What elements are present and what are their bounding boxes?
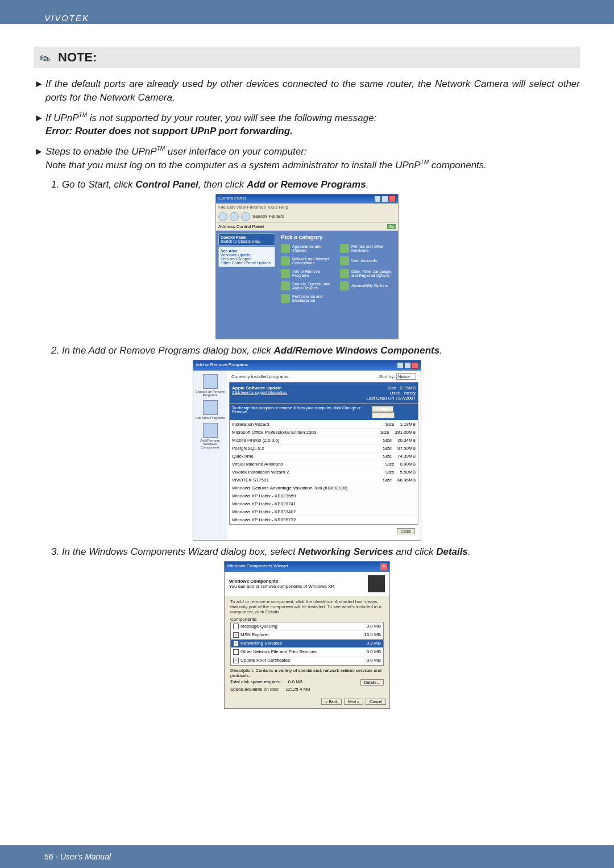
row-size: 20.34MB	[397, 438, 416, 443]
cancel-button[interactable]: Cancel	[366, 699, 386, 705]
next-button[interactable]: Next >	[344, 699, 363, 705]
page-header: VIVOTEK	[0, 0, 614, 24]
cat-printers[interactable]: Printers and Other Hardware	[340, 244, 395, 253]
item-name: Message Queuing	[240, 624, 277, 629]
cp-menubar[interactable]: File Edit View Favorites Tools Help	[216, 203, 398, 211]
row-name: Windows Genuine Advantage Validation Too…	[232, 485, 347, 491]
cat-network[interactable]: Network and Internet Connections	[281, 256, 335, 265]
addr-value[interactable]: Control Panel	[237, 224, 264, 229]
table-row[interactable]: Windows Genuine Advantage Validation Too…	[230, 484, 418, 492]
minimize-icon[interactable]	[397, 362, 404, 369]
cat-datetime[interactable]: Date, Time, Language, and Regional Optio…	[340, 269, 395, 278]
list-item[interactable]: ✓Update Root Certificates0.0 MB	[231, 657, 383, 665]
list-item[interactable]: Other Network File and Print Services0.0…	[231, 648, 383, 657]
seealso-1[interactable]: Windows Update	[221, 253, 251, 257]
table-row[interactable]: Windows XP Hotfix - KB833407	[230, 508, 418, 516]
go-button[interactable]: Go	[387, 224, 396, 229]
up-icon[interactable]	[241, 212, 250, 221]
side-change-remove[interactable]: Change or Remove Programs	[194, 374, 226, 397]
row-size-l: Size	[383, 438, 392, 443]
cat-addremove[interactable]: Add or Remove Programs	[281, 269, 335, 278]
s2-c: .	[439, 345, 442, 356]
item-name: Other Network File and Print Services	[240, 649, 317, 654]
sel-name: Apple Software Update	[232, 385, 282, 391]
sel-lu-l: Last Used On	[366, 396, 394, 401]
table-row[interactable]: Windows XP Hotfix - KB835732	[230, 516, 418, 524]
checkbox[interactable]	[233, 649, 239, 655]
folders-label[interactable]: Folders	[269, 214, 284, 219]
list-item-networking-services[interactable]: ✓Networking Services0.3 MB	[231, 639, 383, 648]
table-row[interactable]: Installation WizardSize1.18MB	[230, 421, 418, 429]
table-row[interactable]: Microsoft Office Professional Edition 20…	[230, 429, 418, 437]
item-size: 0.0 MB	[367, 658, 381, 663]
close-icon[interactable]: ×	[380, 563, 387, 570]
s3-e: .	[468, 546, 471, 557]
row-size: 381.00MB	[395, 430, 416, 435]
s3-a: 3. In the Windows Components Wizard dial…	[51, 546, 298, 557]
cp-side-seealso: See Also Windows Update Help and Support…	[218, 247, 275, 267]
cat-appearance[interactable]: Appearance and Themes	[281, 244, 335, 253]
sel-size-l: Size	[387, 385, 396, 391]
back-button[interactable]: < Back	[321, 699, 342, 705]
close-icon[interactable]	[389, 196, 396, 202]
arp-main: Currently installed programs: Sort by: N…	[227, 371, 421, 540]
checkbox[interactable]	[233, 624, 239, 629]
cat-sounds[interactable]: Sounds, Speech, and Audio Devices	[281, 281, 335, 290]
sort-label: Sort by:	[379, 374, 395, 379]
cat-label: Performance and Maintenance	[292, 294, 335, 302]
table-row[interactable]: Virtual Machine AdditionsSize0.90MB	[230, 460, 418, 468]
table-row[interactable]: VIVOTEK ST7501Size66.96MB	[230, 476, 418, 484]
category-icon	[281, 269, 290, 278]
side-icon	[203, 423, 218, 438]
cat-accessibility[interactable]: Accessibility Options	[340, 281, 395, 290]
checkbox[interactable]: ✓	[233, 658, 239, 663]
note-bullet-2: ► If UPnPTM is not supported by your rou…	[34, 111, 580, 139]
checkbox[interactable]: ✓	[233, 641, 239, 646]
category-icon	[281, 244, 290, 253]
screenshot-control-panel: Control Panel File Edit View Favorites T…	[215, 194, 399, 339]
category-icon	[340, 244, 349, 253]
row-size-l: Size	[385, 470, 395, 475]
seealso-3[interactable]: Other Control Panel Options	[221, 261, 271, 265]
list-item[interactable]: ✓MSN Explorer13.5 MB	[231, 631, 383, 639]
forward-icon[interactable]	[230, 212, 239, 221]
arp-title-text: Add or Remove Programs	[196, 362, 248, 369]
dr-value: 0.0 MB	[288, 679, 302, 684]
minimize-icon[interactable]	[374, 196, 381, 202]
note-heading-box: ✎ NOTE:	[34, 47, 580, 68]
arp-body: Change or Remove Programs Add New Progra…	[193, 371, 421, 540]
details-button[interactable]: Details...	[360, 679, 384, 686]
table-row[interactable]: PostgreSQL 8.2Size87.50MB	[230, 445, 418, 452]
remove-button[interactable]: Remove	[372, 412, 395, 418]
side-windows-components[interactable]: Add/Remove Windows Components	[194, 423, 226, 449]
s3-d: Details	[436, 546, 468, 557]
table-row[interactable]: Windows XP Hotfix - KB823559	[230, 492, 418, 500]
table-row[interactable]: Vivotek Installation Wizard 2Size5.50MB	[230, 468, 418, 476]
maximize-icon[interactable]	[404, 362, 411, 369]
table-row[interactable]: QuickTimeSize74.39MB	[230, 452, 418, 460]
cp-main-title: Pick a category	[281, 234, 395, 240]
arp-selected-program[interactable]: Apple Software Update Size 2.15MB Click …	[230, 383, 418, 404]
sel-support-link[interactable]: Click here for support information.	[232, 391, 288, 396]
table-row[interactable]: Windows XP Hotfix - KB828741	[230, 500, 418, 508]
change-button[interactable]: Change	[372, 406, 394, 412]
seealso-2[interactable]: Help and Support	[221, 257, 251, 261]
switch-classic-link[interactable]: Switch to Classic View	[221, 239, 260, 243]
list-item[interactable]: Message Queuing0.0 MB	[231, 622, 383, 631]
maximize-icon[interactable]	[381, 196, 388, 202]
table-row[interactable]: Mozilla Firefox (2.0.0.6)Size20.34MB	[230, 437, 418, 445]
category-icon	[340, 281, 349, 290]
checkbox[interactable]: ✓	[233, 632, 239, 638]
row-name: Virtual Machine Additions	[232, 462, 283, 467]
cat-performance[interactable]: Performance and Maintenance	[281, 294, 335, 303]
back-icon[interactable]	[218, 212, 227, 221]
row-size-l: Size	[380, 430, 389, 435]
side-add-new[interactable]: Add New Programs	[195, 400, 225, 420]
search-label[interactable]: Search	[252, 214, 267, 219]
close-icon[interactable]	[412, 362, 418, 369]
cat-users[interactable]: User Accounts	[340, 256, 395, 265]
sort-select[interactable]: Name	[396, 373, 416, 380]
components-label: Components:	[230, 617, 384, 622]
close-button[interactable]: Close	[397, 528, 415, 534]
seealso-title: See Also	[221, 249, 237, 253]
